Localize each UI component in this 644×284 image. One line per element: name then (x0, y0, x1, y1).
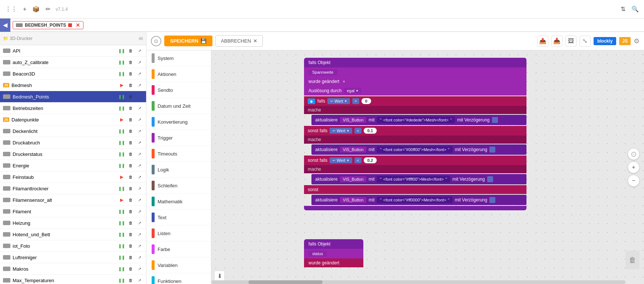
sidebar-item-filament[interactable]: Filament❚❚🗑↗ (0, 206, 146, 217)
palette-item-timeouts[interactable]: Timeouts (146, 146, 211, 162)
delete-button[interactable]: 🗑 (127, 127, 134, 135)
sidebar-item-feinstaub[interactable]: Feinstaub▶🗑↗ (0, 171, 146, 183)
export-button[interactable]: ↗ (136, 208, 143, 215)
palette-item-system[interactable]: System (146, 50, 211, 66)
export-button[interactable]: ↗ (136, 150, 143, 158)
save-button[interactable]: SPEICHERN 💾 (164, 36, 212, 46)
delete-button[interactable]: 🗑 (127, 150, 134, 158)
sidebar-item-luftreiniger[interactable]: Luftreiniger❚❚🗑↗ (0, 252, 146, 263)
delete-button[interactable]: 🗑 (127, 59, 134, 66)
export-button[interactable]: ↗ (136, 139, 143, 146)
tab-back-button[interactable]: ◀ (0, 19, 10, 32)
aktualisiere-4[interactable]: aktualisiere VIS_Button mit " <font colo… (311, 195, 526, 205)
sidebar-item-bedmesh_points[interactable]: Bedmesh_Points❚❚🗑↗ (0, 91, 146, 103)
palette-item-datum-und-zeit[interactable]: Datum und Zeit (146, 98, 211, 114)
block-header-2[interactable]: falls Objekt (304, 239, 363, 249)
trash-button[interactable]: 🗑 (625, 251, 640, 269)
image-icon[interactable]: 🖼 (565, 36, 577, 47)
condition-1-header[interactable]: ◆ falls ↩ Wert ▼ = 0 (304, 96, 526, 106)
delete-button[interactable]: 🗑 (127, 231, 134, 238)
toggle-1[interactable] (492, 117, 498, 123)
string-4[interactable]: " <font color="#ff0000">Mesh</font> " (377, 197, 452, 203)
export-button[interactable]: ↗ (136, 127, 143, 135)
zoom-out-button[interactable]: − (628, 175, 640, 187)
sidebar-item-makros[interactable]: Makros❚❚🗑↗ (0, 263, 146, 275)
block-trigger[interactable]: Spannweite (304, 67, 526, 77)
delete-button[interactable]: 🗑 (127, 70, 134, 77)
delete-button[interactable]: 🗑 (127, 242, 134, 250)
export-icon[interactable]: 📤 (537, 36, 548, 47)
export-button[interactable]: ↗ (136, 162, 143, 169)
export-button[interactable]: ↗ (136, 47, 143, 54)
export-button[interactable]: ↗ (136, 81, 143, 89)
palette-item-funktionen[interactable]: Funktionen (146, 273, 211, 284)
menu-icon[interactable]: ⋮⋮ (4, 4, 19, 14)
sort-icon[interactable]: ⇅ (619, 4, 627, 14)
string-3[interactable]: " <font color="#ffff00">Mesh</font> " (377, 176, 450, 183)
delete-button[interactable]: 🗑 (127, 139, 134, 146)
sidebar-item-filamensensor_alt[interactable]: Filamensensor_alt▶🗑↗ (0, 194, 146, 206)
export-button[interactable]: ↗ (136, 70, 143, 77)
block-change-2[interactable]: wurde geändert (304, 258, 363, 267)
sidebar-item-deckenlicht[interactable]: Deckenlicht❚❚🗑↗ (0, 126, 146, 137)
condition-3-header[interactable]: sonst falls ↩ Wert ▼ < 0.2 (304, 156, 526, 165)
export-button[interactable]: ↗ (136, 59, 143, 66)
delete-button[interactable]: 🗑 (127, 47, 134, 54)
delete-button[interactable]: 🗑 (127, 219, 134, 227)
delete-button[interactable]: 🗑 (127, 81, 134, 89)
cancel-button[interactable]: ABBRECHEN ✕ (215, 35, 263, 47)
play-button[interactable]: ▶ (118, 173, 125, 181)
sidebar-item-druckerstatus[interactable]: Druckerstatus❚❚🗑↗ (0, 148, 146, 160)
zoom-in-button[interactable]: + (628, 161, 640, 173)
delete-button[interactable]: 🗑 (127, 173, 134, 181)
search-icon[interactable]: 🔍 (630, 4, 640, 14)
export-button[interactable]: ↗ (136, 277, 143, 284)
zoom-target-button[interactable]: ⊙ (628, 148, 640, 160)
wert-dropdown-1[interactable]: ↩ Wert ▼ (327, 98, 350, 104)
export-button[interactable]: ↗ (136, 116, 143, 123)
play-button[interactable]: ▶ (118, 116, 125, 123)
block-ausloesung[interactable]: Auslösung durch egal ▼ (304, 86, 526, 96)
palette-item-aktionen[interactable]: Aktionen (146, 66, 211, 82)
sidebar-item-iot_foto[interactable]: iot_Foto❚❚🗑↗ (0, 240, 146, 252)
blockly-tab[interactable]: blockly (594, 37, 616, 45)
palette-item-trigger[interactable]: Trigger (146, 130, 211, 146)
toggle-3[interactable] (487, 176, 493, 182)
toggle-4[interactable] (489, 197, 495, 203)
tab-bedmesh-points[interactable]: BEDMESH_POINTS ✕ (13, 21, 83, 29)
sidebar-item-auto_z_calibrate[interactable]: auto_Z_calibrate❚❚🗑↗ (0, 57, 146, 68)
condition-2-header[interactable]: sonst falls ↩ Wert ▼ < 0.1 (304, 126, 526, 136)
export-button[interactable]: ↗ (136, 196, 143, 204)
target-icon[interactable]: ⊙ (151, 36, 161, 46)
sidebar-item-hotend_und_bett[interactable]: Hotend_und_Bett❚❚🗑↗ (0, 229, 146, 240)
toggle-2[interactable] (489, 147, 495, 153)
palette-item-listen[interactable]: Listen (146, 225, 211, 241)
scrollbar-thumb[interactable] (248, 280, 323, 284)
palette-item-variablen[interactable]: Variablen (146, 257, 211, 273)
export-button[interactable]: ↗ (136, 265, 143, 273)
palette-item-sendto[interactable]: Sendto (146, 82, 211, 98)
delete-button[interactable]: 🗑 (127, 162, 134, 169)
block-canvas[interactable]: falls Objekt Spannweite wurde geändert ▼… (211, 50, 644, 284)
settings-icon[interactable]: ⚙ (634, 37, 640, 45)
edit-icon[interactable]: ✏ (44, 4, 52, 14)
export-button[interactable]: ↗ (136, 173, 143, 181)
play-button[interactable]: ▶ (118, 196, 125, 204)
delete-button[interactable]: 🗑 (127, 104, 134, 112)
sidebar-item-betriebszeiten[interactable]: Betriebszeiten❚❚🗑↗ (0, 103, 146, 114)
sidebar-item-filamanttrockner[interactable]: Filamanttrockner❚❚🗑↗ (0, 183, 146, 194)
string-2[interactable]: " <font color="#00ff00">Mesh</font> " (377, 146, 452, 153)
delete-button[interactable]: 🗑 (127, 208, 134, 215)
export-button[interactable]: ↗ (136, 93, 143, 100)
aktualisiere-3[interactable]: aktualisiere VIS_Button mit " <font colo… (311, 174, 526, 184)
delete-button[interactable]: 🗑 (127, 265, 134, 273)
palette-item-logik[interactable]: Logik (146, 162, 211, 178)
export-button[interactable]: ↗ (136, 231, 143, 238)
block-change[interactable]: wurde geändert ▼ (304, 77, 526, 86)
play-button[interactable]: ▶ (118, 81, 125, 89)
sidebar-item-datenpunkte[interactable]: JSDatenpunkte▶🗑↗ (0, 114, 146, 126)
block-trigger-2[interactable]: status (304, 249, 363, 258)
delete-button[interactable]: 🗑 (127, 185, 134, 192)
delete-button[interactable]: 🗑 (127, 116, 134, 123)
sidebar-item-druckabruch[interactable]: Druckabruch❚❚🗑↗ (0, 137, 146, 148)
